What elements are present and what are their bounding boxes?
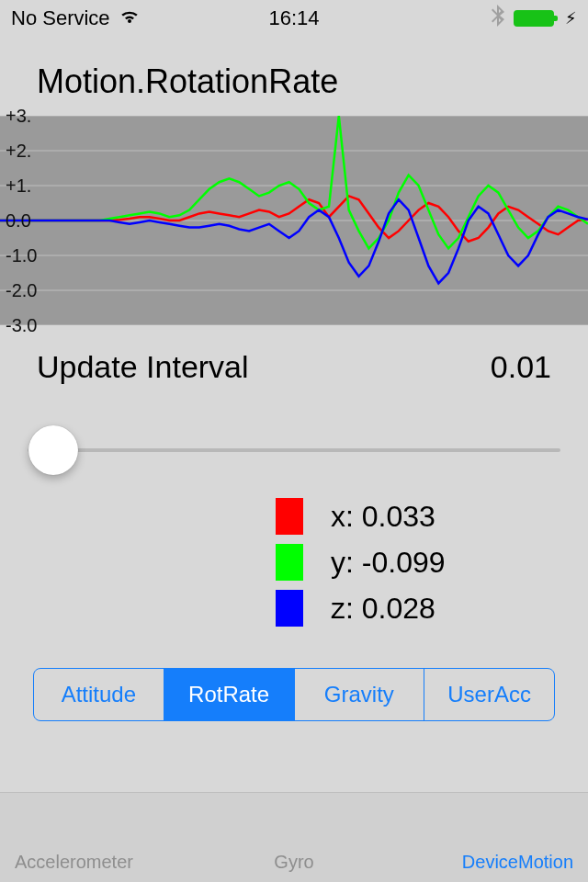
metric-segmented-control[interactable]: AttitudeRotRateGravityUserAcc: [33, 668, 555, 721]
tab-accelerometer[interactable]: Accelerometer: [15, 852, 201, 873]
swatch-x: [276, 498, 303, 535]
wifi-icon: [119, 6, 140, 30]
bluetooth-icon: [492, 5, 504, 32]
battery-icon: [514, 10, 554, 27]
segment-gravity[interactable]: Gravity: [295, 669, 425, 720]
legend: x: 0.033 y: -0.099 z: 0.028: [0, 493, 588, 631]
charging-icon: ⚡︎: [565, 8, 577, 28]
legend-row-z: z: 0.028: [276, 585, 588, 631]
y-tick: +1.: [6, 175, 31, 197]
legend-row-x: x: 0.033: [276, 493, 588, 539]
status-bar: No Service 16:14 ⚡︎: [0, 0, 588, 37]
y-tick: -1.0: [6, 245, 37, 266]
y-tick: +2.: [6, 141, 31, 162]
bottom-tab-bar[interactable]: AccelerometerGyroDeviceMotion: [0, 792, 588, 882]
legend-z-label: z: 0.028: [331, 592, 435, 626]
y-tick: -3.0: [6, 315, 37, 336]
swatch-z: [276, 590, 303, 627]
page-title: Motion.RotationRate: [0, 37, 588, 116]
update-interval-value: 0.01: [491, 349, 551, 385]
carrier-label: No Service: [11, 6, 110, 30]
legend-row-y: y: -0.099: [276, 539, 588, 585]
clock: 16:14: [268, 6, 319, 30]
update-interval-label: Update Interval: [37, 349, 249, 385]
update-interval-slider[interactable]: [28, 425, 560, 475]
legend-y-label: y: -0.099: [331, 546, 446, 580]
segment-attitude[interactable]: Attitude: [34, 669, 164, 720]
slider-thumb[interactable]: [28, 425, 78, 475]
rotation-rate-chart: +3.+2.+1.0.0-1.0-2.0-3.0: [0, 116, 588, 325]
y-tick: -2.0: [6, 280, 37, 301]
tab-devicemotion[interactable]: DeviceMotion: [387, 852, 573, 873]
segment-rotrate[interactable]: RotRate: [164, 669, 295, 720]
y-tick: +3.: [6, 106, 31, 127]
segment-useracc[interactable]: UserAcc: [424, 669, 554, 720]
y-tick: 0.0: [6, 210, 31, 232]
swatch-y: [276, 544, 303, 581]
legend-x-label: x: 0.033: [331, 500, 435, 534]
slider-track: [28, 448, 560, 452]
tab-gyro[interactable]: Gyro: [201, 852, 388, 873]
